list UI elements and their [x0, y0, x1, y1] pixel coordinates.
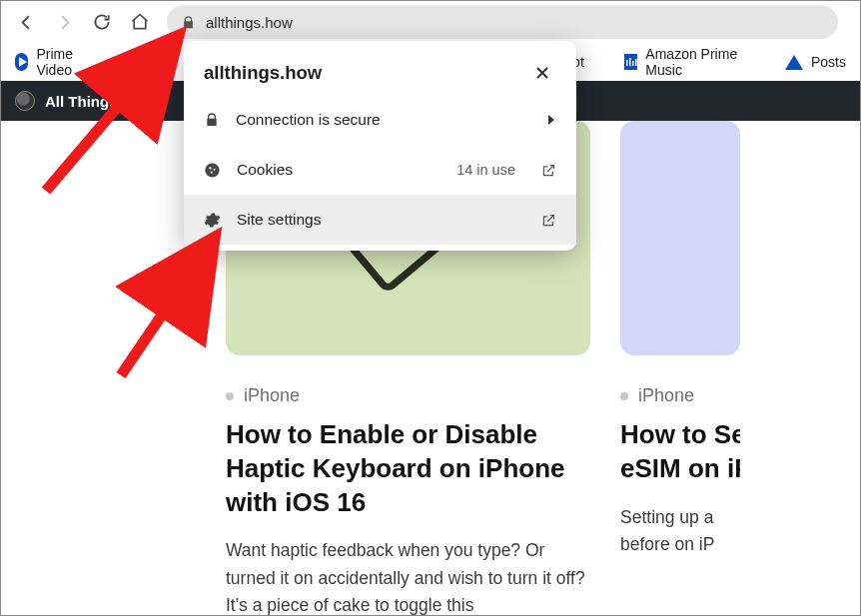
cookie-icon	[204, 162, 221, 179]
site-info-popup: allthings.how Connection is secure Cooki…	[184, 41, 576, 251]
bookmark-label: Posts	[811, 54, 846, 70]
article-excerpt: Setting up a	[620, 504, 740, 531]
popup-host: allthings.how	[204, 62, 322, 84]
article-excerpt-line2: before on iP	[620, 531, 740, 558]
address-bar[interactable]: allthings.how	[167, 5, 838, 39]
article-title[interactable]: How to Se	[620, 418, 740, 452]
article-card[interactable]: iPhone How to Se eSIM on iP Setting up a…	[620, 121, 740, 616]
chevron-right-icon	[546, 114, 556, 126]
svg-rect-3	[635, 59, 637, 66]
bookmark-label: Amazon Prime Music	[645, 46, 745, 78]
svg-rect-0	[626, 60, 628, 66]
site-title: All Things How	[45, 93, 153, 110]
category-label: iPhone	[638, 385, 694, 406]
site-settings-row[interactable]: Site settings	[184, 195, 576, 245]
music-icon	[624, 54, 638, 70]
lock-icon[interactable]	[181, 15, 196, 30]
article-category[interactable]: iPhone	[226, 385, 590, 406]
svg-point-5	[205, 163, 219, 177]
site-logo-icon	[15, 91, 35, 111]
play-circle-icon	[15, 53, 28, 71]
back-button[interactable]	[9, 5, 43, 39]
cookies-row[interactable]: Cookies 14 in use	[184, 145, 576, 195]
article-thumbnail	[620, 121, 740, 355]
bookmark-posts[interactable]: Posts	[785, 54, 846, 70]
triangle-icon	[785, 55, 803, 70]
forward-button[interactable]	[47, 5, 81, 39]
connection-secure-row[interactable]: Connection is secure	[184, 95, 576, 145]
gear-icon	[204, 212, 221, 229]
svg-rect-2	[632, 61, 634, 66]
article-title[interactable]: How to Enable or Disable Haptic Keyboard…	[226, 418, 590, 519]
svg-point-8	[211, 171, 213, 173]
svg-rect-1	[629, 58, 631, 66]
cookies-count: 14 in use	[456, 162, 515, 178]
article-category[interactable]: iPhone	[620, 385, 740, 406]
open-external-icon	[541, 213, 556, 228]
article-title-line2[interactable]: eSIM on iP	[620, 452, 740, 486]
bookmark-prime-music[interactable]: Amazon Prime Music	[624, 46, 745, 78]
bookmark-label: Prime Video	[36, 46, 93, 78]
lock-icon	[204, 112, 220, 128]
bookmark-prime-video[interactable]: Prime Video	[15, 46, 93, 78]
article-excerpt: Want haptic feedback when you type? Or t…	[226, 537, 590, 616]
open-external-icon	[541, 163, 556, 178]
row-label: Cookies	[237, 161, 440, 179]
bullet-icon	[226, 392, 234, 400]
home-button[interactable]	[123, 5, 157, 39]
reload-button[interactable]	[85, 5, 119, 39]
svg-point-6	[209, 167, 211, 169]
svg-point-7	[214, 168, 216, 170]
close-button[interactable]	[528, 59, 556, 87]
category-label: iPhone	[244, 385, 300, 406]
row-label: Connection is secure	[236, 111, 530, 129]
url-text: allthings.how	[206, 14, 293, 31]
bullet-icon	[620, 392, 628, 400]
row-label: Site settings	[237, 211, 525, 229]
